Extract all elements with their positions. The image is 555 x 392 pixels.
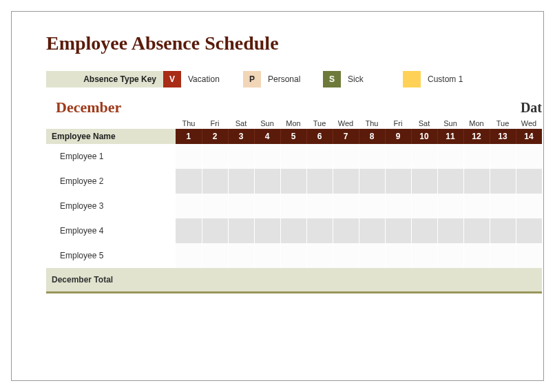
absence-cell[interactable] [359, 194, 385, 218]
absence-cell[interactable] [333, 169, 359, 194]
absence-cell[interactable] [463, 243, 490, 268]
dow-header: Mon [280, 116, 306, 129]
absence-cell[interactable] [437, 194, 463, 218]
absence-legend: Absence Type Key V Vacation P Personal S… [46, 71, 542, 87]
absence-cell[interactable] [437, 243, 463, 268]
table-row: Employee 5 [46, 243, 542, 268]
absence-cell[interactable] [359, 243, 385, 268]
absence-cell[interactable] [176, 144, 202, 169]
absence-cell[interactable] [333, 194, 359, 218]
absence-cell[interactable] [254, 169, 280, 194]
absence-cell[interactable] [254, 243, 280, 268]
absence-cell[interactable] [280, 243, 306, 268]
absence-cell[interactable] [463, 218, 490, 243]
absence-cell[interactable] [280, 144, 306, 169]
absence-cell[interactable] [228, 243, 254, 268]
absence-cell[interactable] [516, 169, 542, 194]
absence-cell[interactable] [385, 243, 411, 268]
absence-cell[interactable] [176, 169, 202, 194]
absence-cell[interactable] [411, 144, 437, 169]
absence-cell[interactable] [385, 194, 411, 218]
absence-cell[interactable] [306, 144, 333, 169]
absence-cell[interactable] [490, 169, 516, 194]
page-title: Employee Absence Schedule [46, 32, 543, 54]
absence-cell[interactable] [333, 218, 359, 243]
absence-cell[interactable] [516, 194, 542, 218]
absence-cell[interactable] [463, 194, 490, 218]
month-total-row: December Total [46, 268, 542, 291]
absence-cell[interactable] [254, 144, 280, 169]
legend-item-custom1: Custom 1 [403, 71, 483, 87]
absence-cell[interactable] [228, 194, 254, 218]
absence-cell[interactable] [280, 169, 306, 194]
absence-cell[interactable] [306, 194, 333, 218]
absence-cell[interactable] [490, 194, 516, 218]
dow-header: Thu [359, 116, 385, 129]
absence-cell[interactable] [280, 218, 306, 243]
absence-cell[interactable] [516, 218, 542, 243]
absence-cell[interactable] [411, 218, 437, 243]
absence-cell[interactable] [359, 169, 385, 194]
absence-cell[interactable] [202, 169, 228, 194]
employee-name-cell[interactable]: Employee 1 [46, 144, 176, 169]
absence-cell[interactable] [463, 144, 490, 169]
absence-cell[interactable] [463, 169, 490, 194]
absence-cell[interactable] [490, 218, 516, 243]
absence-cell[interactable] [333, 144, 359, 169]
dow-header: Thu [176, 116, 202, 129]
absence-cell[interactable] [228, 169, 254, 194]
absence-cell[interactable] [516, 144, 542, 169]
absence-cell[interactable] [202, 144, 228, 169]
absence-cell[interactable] [516, 243, 542, 268]
date-number-header-row: Employee Name1234567891011121314 [46, 129, 542, 144]
dow-header: Sat [228, 116, 254, 129]
absence-cell[interactable] [333, 243, 359, 268]
dow-header: Sun [437, 116, 463, 129]
month-total-cell [333, 268, 359, 291]
dow-header: Fri [385, 116, 411, 129]
absence-cell[interactable] [385, 169, 411, 194]
month-label: December [56, 99, 180, 116]
absence-cell[interactable] [254, 218, 280, 243]
absence-cell[interactable] [202, 243, 228, 268]
dow-header: Mon [463, 116, 490, 129]
date-header: 7 [333, 129, 359, 144]
employee-name-cell[interactable]: Employee 5 [46, 243, 176, 268]
date-header: 4 [254, 129, 280, 144]
legend-code-personal: P [249, 74, 255, 84]
dow-header: Sun [254, 116, 280, 129]
absence-cell[interactable] [176, 218, 202, 243]
absence-cell[interactable] [306, 243, 333, 268]
absence-cell[interactable] [490, 144, 516, 169]
absence-cell[interactable] [385, 218, 411, 243]
absence-cell[interactable] [359, 218, 385, 243]
absence-cell[interactable] [490, 243, 516, 268]
table-row: Employee 2 [46, 169, 542, 194]
absence-cell[interactable] [411, 194, 437, 218]
absence-cell[interactable] [306, 169, 333, 194]
absence-cell[interactable] [176, 243, 202, 268]
absence-cell[interactable] [437, 218, 463, 243]
absence-cell[interactable] [306, 218, 333, 243]
month-total-cell [254, 268, 280, 291]
absence-cell[interactable] [202, 218, 228, 243]
legend-item-sick: S Sick [323, 71, 403, 87]
absence-cell[interactable] [437, 169, 463, 194]
employee-name-cell[interactable]: Employee 2 [46, 169, 176, 194]
month-total-cell [411, 268, 437, 291]
absence-cell[interactable] [228, 218, 254, 243]
absence-cell[interactable] [385, 144, 411, 169]
absence-cell[interactable] [228, 144, 254, 169]
employee-name-cell[interactable]: Employee 3 [46, 194, 176, 218]
absence-cell[interactable] [254, 194, 280, 218]
absence-cell[interactable] [176, 194, 202, 218]
absence-cell[interactable] [280, 194, 306, 218]
absence-cell[interactable] [359, 144, 385, 169]
absence-cell[interactable] [411, 243, 437, 268]
absence-cell[interactable] [202, 194, 228, 218]
legend-code-vacation: V [169, 74, 175, 84]
absence-cell[interactable] [437, 144, 463, 169]
absence-cell[interactable] [411, 169, 437, 194]
employee-name-cell[interactable]: Employee 4 [46, 218, 176, 243]
dow-header: Fri [202, 116, 228, 129]
